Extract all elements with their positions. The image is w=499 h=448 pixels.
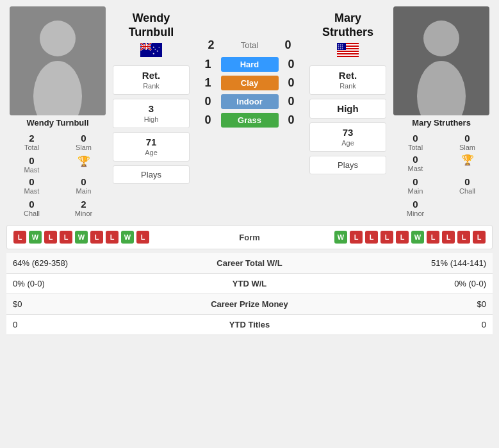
player1-plays-box: Plays <box>113 165 190 184</box>
svg-text:★: ★ <box>152 52 155 55</box>
player1-total: 2 Total <box>6 131 57 153</box>
indoor-badge: Indoor <box>221 94 279 109</box>
player1-photo <box>10 6 106 115</box>
stat-label: Career Total W/L <box>152 253 347 274</box>
player2-photo <box>393 6 489 115</box>
player2-high-box: High <box>309 99 386 119</box>
player2-chall: 0 Chall <box>442 175 493 196</box>
indoor-row: 0 Indoor 0 <box>193 94 306 109</box>
stat-label: Career Prize Money <box>152 294 347 315</box>
svg-rect-21 <box>337 52 359 53</box>
player1-trophy: 🏆 <box>58 154 109 175</box>
player1-age-box: 71 Age <box>113 132 190 162</box>
player2-trophy: 🏆 <box>442 153 493 174</box>
player2-form: WLLLLWLLLL <box>274 231 486 244</box>
player2-name-big: MaryStruthers <box>322 12 373 39</box>
form-badge-p1: W <box>29 231 42 244</box>
stat-label: YTD Titles <box>152 315 347 335</box>
stat-p1-val: 0% (0-0) <box>6 274 152 294</box>
form-badge-p2: L <box>365 231 378 244</box>
hard-row: 1 Hard 0 <box>193 57 306 72</box>
player2-rank-box: Ret. Rank <box>309 65 386 95</box>
svg-rect-11 <box>145 43 146 50</box>
form-badge-p2: W <box>411 231 424 244</box>
stat-p2-val: 0 <box>347 315 493 335</box>
form-badge-p2: L <box>473 231 486 244</box>
form-badge-p2: L <box>427 231 439 244</box>
player1-high-box: 3 High <box>113 99 190 128</box>
svg-point-1 <box>40 21 76 56</box>
form-badge-p1: L <box>60 231 72 244</box>
form-badge-p1: L <box>44 231 57 244</box>
player2-plays-box: Plays <box>309 156 386 174</box>
stats-row: $0 Career Prize Money $0 <box>6 294 493 315</box>
player2-age-box: 73 Age <box>309 122 386 152</box>
clay-row: 1 Clay 0 <box>193 76 306 90</box>
player1-chall: 0 Chall <box>6 197 57 219</box>
player1-center: WendyTurnbull ★ ★ ★ ★ ★ <box>113 6 190 219</box>
form-badge-p2: L <box>457 231 470 244</box>
form-badge-p1: L <box>136 231 149 244</box>
player2-total: 0 Total <box>390 131 441 153</box>
svg-rect-22 <box>337 54 359 56</box>
player1-slam: 0 Slam <box>58 131 109 153</box>
form-badge-p2: W <box>334 231 347 244</box>
career-stats-table: 64% (629-358) Career Total W/L 51% (144-… <box>6 253 493 335</box>
stat-p1-val: 0 <box>6 315 152 335</box>
form-label: Form <box>231 233 269 242</box>
form-badge-p1: W <box>75 231 88 244</box>
form-badge-p2: L <box>380 231 393 244</box>
player2-mast: 0 Mast <box>390 153 441 174</box>
form-badge-p1: L <box>90 231 103 244</box>
stat-p2-val: 0% (0-0) <box>347 274 493 294</box>
form-badge-p2: L <box>350 231 363 244</box>
stat-p2-val: 51% (144-141) <box>347 253 493 274</box>
stat-p1-val: 64% (629-358) <box>6 253 152 274</box>
match-center: 2 Total 0 1 Hard 0 1 Clay 0 0 Indoor 0 0 <box>193 6 306 219</box>
player1-card: Wendy Turnbull 2 Total 0 Slam 0 Mast 🏆 0… <box>6 6 109 219</box>
form-badge-p1: W <box>121 231 134 244</box>
stat-label: YTD W/L <box>152 274 347 294</box>
trophy-icon-p2: 🏆 <box>461 154 474 165</box>
stats-row: 0 YTD Titles 0 <box>6 315 493 335</box>
svg-text:★: ★ <box>158 46 160 49</box>
player1-form: LWLLWLLWL <box>13 231 225 244</box>
form-badge-p2: L <box>396 231 409 244</box>
player1-minor: 2 Minor <box>58 197 109 219</box>
player2-card: Mary Struthers 0 Total 0 Slam 0 Mast 🏆 0… <box>390 6 493 219</box>
form-badge-p1: L <box>13 231 26 244</box>
stats-row: 0% (0-0) YTD W/L 0% (0-0) <box>6 274 493 294</box>
stat-p2-val: $0 <box>347 294 493 315</box>
player1-mast: 0 Mast <box>6 154 57 175</box>
player2-slam: 0 Slam <box>442 131 493 153</box>
player2-main: 0 Main <box>390 175 441 196</box>
player1-name-label: Wendy Turnbull <box>26 118 88 128</box>
player2-name-label: Mary Struthers <box>412 118 471 128</box>
player1-name-big: WendyTurnbull <box>129 12 174 39</box>
svg-text:★★★: ★★★ <box>338 47 343 50</box>
svg-text:★: ★ <box>154 48 156 51</box>
stats-row: 64% (629-358) Career Total W/L 51% (144-… <box>6 253 493 274</box>
player1-mast2: 0 Mast <box>6 175 57 196</box>
stat-p1-val: $0 <box>6 294 152 315</box>
player1-main2: 0 Main <box>58 175 109 196</box>
player2-flag: ★★★ ★★★ ★★★ <box>337 43 359 59</box>
form-badge-p2: L <box>442 231 455 244</box>
player1-rank-box: Ret. Rank <box>113 65 190 95</box>
player1-flag: ★ ★ ★ ★ ★ <box>140 43 162 59</box>
svg-text:★: ★ <box>156 49 159 53</box>
match-total-row: 2 Total 0 <box>205 38 295 52</box>
hard-badge: Hard <box>221 57 279 72</box>
form-badge-p1: L <box>106 231 119 244</box>
clay-badge: Clay <box>221 76 279 90</box>
svg-point-28 <box>423 21 459 56</box>
trophy-icon-p1: 🏆 <box>78 156 90 167</box>
player2-minor: 0 Minor <box>390 197 441 219</box>
player2-center: MaryStruthers ★★★ ★★★ ★★★ Ret. Rank High <box>309 6 386 219</box>
grass-row: 0 Grass 0 <box>193 113 306 128</box>
grass-badge: Grass <box>221 113 279 128</box>
form-section: LWLLWLLWL Form WLLLLWLLLL <box>6 225 493 249</box>
surface-rows: 1 Hard 0 1 Clay 0 0 Indoor 0 0 Grass 0 <box>193 57 306 128</box>
